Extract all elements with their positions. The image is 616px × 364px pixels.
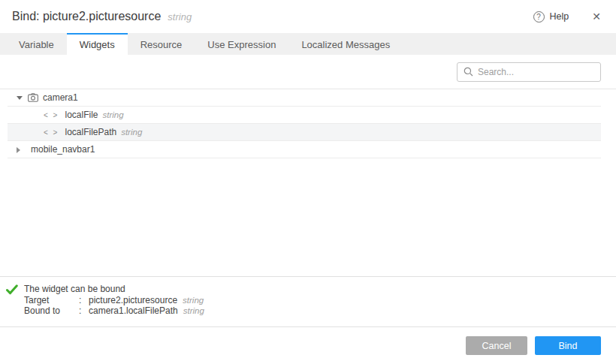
tab-resource[interactable]: Resource	[128, 33, 195, 55]
status-separator: :	[79, 295, 89, 305]
help-button[interactable]: Help	[550, 11, 569, 22]
status-details: The widget can be bound Target : picture…	[24, 284, 204, 316]
tree-item-label: localFile	[65, 110, 98, 120]
dialog-title-type: string	[168, 11, 192, 23]
widget-tree: camera1 < > localFile string < > localFi…	[8, 89, 601, 158]
widgets-panel: camera1 < > localFile string < > localFi…	[0, 55, 616, 364]
camera-icon	[28, 93, 38, 102]
close-icon[interactable]: ✕	[592, 11, 601, 22]
status-value-type: string	[183, 296, 204, 305]
tree-item-mobile-navbar1[interactable]: mobile_navbar1	[8, 141, 601, 158]
status-row-bound-to: Bound to : camera1.localFilePathstring	[24, 305, 204, 316]
search-box[interactable]	[457, 62, 601, 82]
tab-localized-messages[interactable]: Localized Messages	[288, 33, 403, 55]
tree-item-localfile[interactable]: < > localFile string	[8, 107, 601, 124]
cancel-button[interactable]: Cancel	[466, 336, 527, 355]
caret-down-icon[interactable]	[17, 92, 24, 103]
status-value: picture2.picturesourcestring	[89, 295, 204, 305]
dialog-footer: Cancel Bind	[0, 326, 616, 364]
search-input[interactable]	[478, 67, 594, 77]
code-brackets-icon: < >	[44, 111, 59, 119]
tree-empty-area	[0, 158, 616, 276]
bind-dialog: Bind: picture2.picturesource string ? He…	[0, 0, 616, 364]
tab-use-expression[interactable]: Use Expression	[195, 33, 288, 55]
check-icon	[6, 284, 18, 298]
status-label: Target	[24, 295, 79, 305]
tab-widgets[interactable]: Widgets	[67, 33, 128, 55]
code-brackets-icon: < >	[44, 128, 59, 137]
question-circle-icon[interactable]: ?	[533, 11, 545, 23]
tree-item-label: localFilePath	[65, 127, 116, 137]
tree-item-camera1[interactable]: camera1	[8, 89, 601, 107]
bind-button[interactable]: Bind	[535, 336, 601, 355]
tab-variable[interactable]: Variable	[6, 33, 67, 55]
tree-item-localfilepath[interactable]: < > localFilePath string	[8, 124, 601, 141]
tree-item-type: string	[121, 128, 142, 137]
header-actions: ? Help ✕	[533, 11, 601, 23]
tree-item-type: string	[102, 110, 123, 119]
tree-item-label: mobile_navbar1	[31, 144, 95, 155]
magnifier-icon	[464, 67, 473, 77]
status-message: The widget can be bound	[24, 284, 204, 294]
tab-bar: Variable Widgets Resource Use Expression…	[0, 33, 616, 55]
caret-right-icon[interactable]	[17, 144, 24, 155]
status-separator: :	[79, 305, 89, 316]
status-label: Bound to	[24, 305, 79, 316]
dialog-header: Bind: picture2.picturesource string ? He…	[0, 0, 616, 33]
status-value-type: string	[183, 306, 204, 315]
search-toolbar	[0, 55, 616, 89]
binding-status: The widget can be bound Target : picture…	[0, 276, 616, 326]
status-value: camera1.localFilePathstring	[89, 305, 204, 316]
tree-item-label: camera1	[43, 92, 78, 103]
status-row-target: Target : picture2.picturesourcestring	[24, 295, 204, 305]
dialog-title: Bind: picture2.picturesource	[12, 10, 161, 23]
